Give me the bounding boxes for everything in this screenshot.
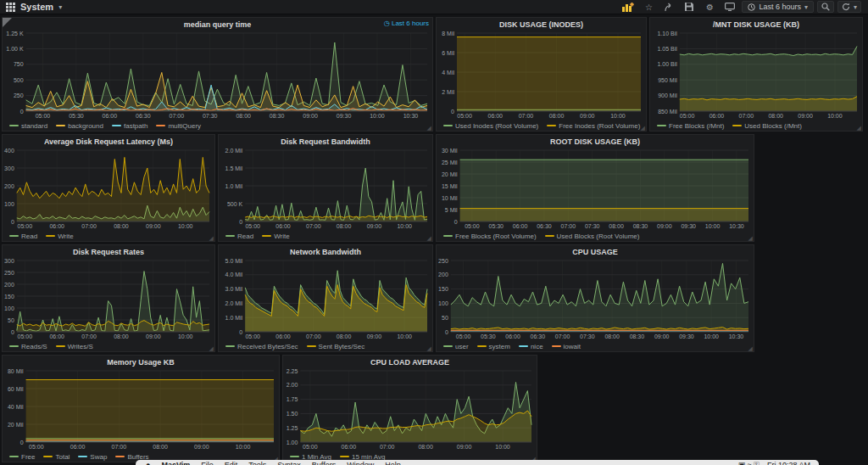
- chart-network-bandwidth[interactable]: 05:0006:0007:0008:0009:0010:0001.0 Mil2.…: [219, 258, 432, 341]
- menubar-item-tools[interactable]: Tools: [248, 461, 266, 465]
- chart-mnt-disk-usage[interactable]: 05:0006:0007:0008:0009:0010:00850 Mil900…: [650, 31, 862, 120]
- legend-swatch-icon: [9, 235, 19, 237]
- legend-item[interactable]: Free Blocks (/Mnt): [657, 122, 724, 130]
- legend-item[interactable]: Free Blocks (Root Volume): [443, 232, 537, 240]
- menubar-clock[interactable]: Fri 10:28 AM: [767, 461, 810, 465]
- panel-info-corner-icon[interactable]: [3, 18, 12, 27]
- svg-text:10:00: 10:00: [397, 333, 412, 339]
- zoom-out-button[interactable]: [817, 1, 834, 13]
- chart-root-disk-usage[interactable]: 05:0005:3006:0006:3007:0007:3008:0008:30…: [437, 148, 754, 231]
- panel-resize-handle[interactable]: ◢: [427, 125, 431, 131]
- legend-item[interactable]: Sent Bytes/Sec: [307, 343, 365, 350]
- menubar-status-icons[interactable]: ▣ ≈ ⚿: [738, 461, 760, 465]
- legend-item[interactable]: Reads/S: [9, 343, 47, 350]
- panel-title[interactable]: ROOT DISK USAGE (KB): [550, 137, 640, 146]
- svg-text:08:00: 08:00: [768, 113, 783, 119]
- panel-resize-handle[interactable]: ◢: [209, 345, 214, 351]
- panel-resize-handle[interactable]: ◢: [748, 345, 753, 351]
- legend-label: fastpath: [124, 122, 147, 130]
- panel-interval-badge[interactable]: ◷ Last 6 hours: [384, 20, 429, 27]
- legend-item[interactable]: system: [477, 343, 510, 350]
- time-range-picker[interactable]: Last 6 hours ▾: [742, 1, 814, 13]
- legend-item[interactable]: iowait: [552, 343, 581, 350]
- svg-text:10:30: 10:30: [729, 333, 744, 339]
- svg-text:07:00: 07:00: [380, 444, 395, 450]
- tv-mode-icon[interactable]: [721, 2, 738, 13]
- legend-item[interactable]: nice: [519, 343, 543, 350]
- panel-resize-handle[interactable]: ◢: [427, 235, 431, 241]
- legend-item[interactable]: fastpath: [112, 122, 147, 130]
- svg-text:150: 150: [438, 286, 448, 292]
- legend-item[interactable]: Used Blocks (/Mnt): [732, 122, 802, 130]
- legend-item[interactable]: Free Inodes (Root Volume): [547, 122, 640, 130]
- legend-item[interactable]: multiQuery: [156, 122, 201, 130]
- legend-item[interactable]: Received Bytes/Sec: [225, 343, 298, 350]
- menubar-item-buffers[interactable]: Buffers: [312, 461, 336, 465]
- panel-title[interactable]: DISK USAGE (INODES): [499, 20, 583, 29]
- panel-title[interactable]: Average Disk Request Latency (Ms): [44, 137, 173, 146]
- chart-avg-disk-request-latency[interactable]: 05:0006:0007:0008:0009:0010:000100200300…: [3, 148, 214, 231]
- legend-item[interactable]: user: [443, 343, 469, 350]
- chart-disk-request-bandwidth[interactable]: 05:0006:0007:0008:0009:0010:000500 K1.0 …: [219, 148, 432, 231]
- legend-swatch-icon: [115, 456, 125, 457]
- legend-item[interactable]: Free: [9, 453, 35, 461]
- svg-text:09:00: 09:00: [798, 113, 813, 119]
- panel-title[interactable]: Network Bandwidth: [290, 248, 361, 256]
- menubar-item-edit[interactable]: Edit: [225, 461, 238, 465]
- legend-item[interactable]: Read: [9, 232, 37, 240]
- panel-title[interactable]: /MNT DISK USAGE (KB): [713, 20, 799, 29]
- panel-resize-handle[interactable]: ◢: [427, 345, 431, 351]
- legend-item[interactable]: Swap: [78, 453, 107, 461]
- menubar-item-window[interactable]: Window: [347, 461, 374, 465]
- menubar-item-help[interactable]: Help: [385, 461, 401, 465]
- refresh-interval-caret-icon: ▾: [854, 3, 857, 11]
- svg-text:05:00: 05:00: [680, 113, 695, 119]
- panel-resize-handle[interactable]: ◢: [748, 235, 753, 241]
- chart-cpu-usage[interactable]: 05:0005:3006:0006:3007:0007:3008:0008:30…: [437, 258, 754, 341]
- panel-title[interactable]: median query time: [184, 20, 252, 29]
- legend-item[interactable]: Write: [46, 232, 74, 240]
- menubar-app-name[interactable]: MacVim: [161, 461, 190, 465]
- star-icon[interactable]: ☆: [640, 2, 657, 13]
- chart-median-query-time[interactable]: 05:0005:3006:0006:3007:0007:3008:0008:30…: [3, 31, 432, 120]
- dashboards-grid-icon[interactable]: [6, 3, 15, 12]
- legend-item[interactable]: Read: [225, 232, 253, 240]
- svg-text:07:30: 07:30: [580, 333, 595, 339]
- add-panel-icon[interactable]: [620, 2, 637, 13]
- chart-disk-usage-inodes[interactable]: 05:0006:0007:0008:0009:0010:0002 Mil4 Mi…: [437, 31, 646, 120]
- share-icon[interactable]: [660, 2, 677, 13]
- panel-title[interactable]: CPU USAGE: [572, 248, 618, 256]
- legend-swatch-icon: [78, 456, 87, 457]
- panel-resize-handle[interactable]: ◢: [209, 235, 214, 241]
- legend: ReadWrite: [219, 231, 432, 241]
- chart-cpu-load-average[interactable]: 05:0006:0007:0008:0009:0010:001.001.251.…: [283, 368, 537, 451]
- legend-item[interactable]: Used Blocks (Root Volume): [545, 232, 640, 240]
- legend-swatch-icon: [547, 125, 556, 126]
- chart-disk-request-rates[interactable]: 05:0006:0007:0008:0009:0010:000501001502…: [3, 258, 214, 341]
- menubar-item-file[interactable]: File: [201, 461, 214, 465]
- refresh-button[interactable]: ▾: [837, 1, 861, 13]
- legend-item[interactable]: Writes/S: [56, 343, 93, 350]
- dashboard-title[interactable]: System: [20, 2, 53, 12]
- panel-title[interactable]: Memory Usage KB: [107, 358, 175, 367]
- legend-item[interactable]: Write: [262, 232, 290, 240]
- macos-menubar-sliver: ● MacVim File Edit Tools Syntax Buffers …: [136, 460, 819, 465]
- legend-label: Reads/S: [21, 343, 47, 350]
- svg-text:07:00: 07:00: [81, 223, 97, 229]
- dashboard-dropdown-caret-icon[interactable]: ▾: [58, 3, 62, 11]
- panel-title[interactable]: CPU LOAD AVERAGE: [370, 358, 449, 367]
- chart-memory-usage[interactable]: 05:0006:0007:0008:0009:0010:00020 Mil40 …: [3, 368, 279, 451]
- save-icon[interactable]: [681, 2, 698, 13]
- panel-resize-handle[interactable]: ◢: [857, 125, 861, 131]
- legend-item[interactable]: standard: [9, 122, 47, 130]
- panel-resize-handle[interactable]: ◢: [641, 125, 645, 131]
- legend: standardbackgroundfastpathmultiQuery: [3, 120, 432, 131]
- menubar-item-syntax[interactable]: Syntax: [277, 461, 301, 465]
- legend-item[interactable]: background: [56, 122, 103, 130]
- panel-title[interactable]: Disk Request Bandwidth: [281, 137, 370, 146]
- legend-item[interactable]: Used Inodes (Root Volume): [443, 122, 538, 130]
- legend-item[interactable]: Total: [43, 453, 70, 461]
- settings-gear-icon[interactable]: ⚙: [701, 2, 718, 13]
- apple-menu-icon[interactable]: ●: [146, 461, 150, 465]
- panel-title[interactable]: Disk Request Rates: [73, 248, 144, 256]
